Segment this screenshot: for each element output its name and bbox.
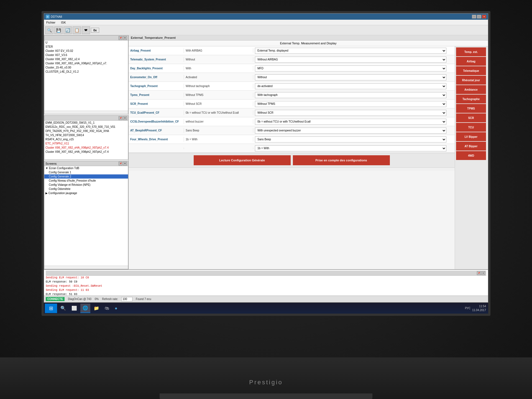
list-item[interactable]: Cluster X98_X87_X82_xHA_X98ph2_X87ph2_v7… — [44, 146, 128, 150]
tree-item[interactable]: ▶ Configuration jaugeage — [44, 191, 128, 195]
config-value-right: With unexpected overspeed buzzer — [253, 127, 448, 134]
close-button[interactable]: ✕ — [482, 15, 486, 19]
list-item[interactable]: EMM_EDISON_DDT2000_SW15_V1_1 — [44, 121, 128, 125]
list-item[interactable]: RSAT4_ACU_eng_v15 — [44, 137, 128, 141]
config-select[interactable]: Without TPMS — [255, 101, 446, 107]
taskbar-app[interactable]: ● — [112, 304, 120, 313]
panel-close-btn[interactable]: ✕ — [123, 36, 127, 40]
config-select[interactable]: Without — [255, 74, 446, 80]
sidebar-temp-est-btn[interactable]: Temp. est. — [456, 47, 486, 56]
list-item[interactable]: Cluster X07_V3.6 — [44, 53, 128, 57]
list-item[interactable]: STER — [44, 45, 128, 49]
config-select[interactable]: External Temp. displayed — [255, 48, 446, 54]
config-hscroll[interactable] — [129, 167, 455, 171]
screens-panel-header: Screens 📌 ✕ — [44, 161, 128, 166]
tree-item[interactable]: Config Odométrie — [44, 187, 128, 191]
config-select[interactable]: MFD — [255, 65, 446, 72]
list-item[interactable]: U — [44, 40, 128, 45]
config-select[interactable]: Without AIRBAG — [255, 57, 446, 63]
list-item[interactable]: ETC_H79Ph2_V11 — [44, 141, 128, 146]
file-list-scroll[interactable]: U STER Cluster X07 EV_V3.02 Cluster X07_… — [44, 40, 128, 111]
list-item[interactable]: Cluster X98_X87_X82_xHA_X98ph2_X87ph2_v7… — [44, 150, 128, 154]
screens-panel-pin-btn[interactable]: 📌 — [119, 162, 122, 166]
toolbar-save-btn[interactable]: 💾 — [54, 26, 63, 34]
config-select[interactable]: With tachograph — [255, 92, 446, 98]
screens-list-scroll[interactable]: ▼ Ecran Configuration TdB Config General… — [44, 166, 128, 266]
config-value-left: Sans Beep — [184, 128, 253, 133]
config-value-right: 0b = without TCU or with TCU/without Eca… — [253, 118, 448, 126]
log-panel-close-btn[interactable]: ✕ — [481, 271, 485, 275]
config-label: Airbag_Present — [129, 48, 184, 53]
config-row: Econometer_On_Off Activated Without — [129, 73, 455, 82]
title-bar: D DDT4All ─ □ ✕ — [44, 14, 488, 20]
list-item[interactable]: Cluster X98_X87_X82_v2.4 — [44, 57, 128, 61]
list-item[interactable]: DP0_TA2005_H79_Ph2_X52_X90_X92_XGA_XHA — [44, 129, 128, 133]
config-value-left: Without tachograph — [184, 84, 253, 88]
list-item[interactable]: Cluster X98_X87_X82_xHA_X98ph2_X87ph2_v7… — [44, 61, 128, 65]
tree-item[interactable]: Config Generale 1 — [44, 170, 128, 174]
taskbar-datetime: 11:54 11.04.2017 — [472, 304, 486, 312]
config-select[interactable]: 0b = without TCU or with TCU/without Eca… — [255, 119, 446, 125]
tree-item[interactable]: Config Vidange et Révision (NPE) — [44, 183, 128, 187]
toolbar-refresh-btn[interactable]: 🔄 — [63, 26, 72, 34]
list-item[interactable]: EMS312x_RDC_xxx_RDE_320_470_570_600_710_… — [44, 125, 128, 129]
sidebar-lv-bipper-btn[interactable]: LV Bipper — [456, 132, 486, 141]
toolbar-hex-btn[interactable]: 0x — [91, 28, 99, 33]
sidebar-tpms-btn[interactable]: TPMS — [456, 104, 486, 113]
sidebar-scr-btn[interactable]: SCR — [456, 113, 486, 122]
sidebar-tachographe-btn[interactable]: Tachographe — [456, 95, 486, 103]
config-select[interactable]: Without SCR — [255, 110, 446, 116]
config-select[interactable]: With unexpected overspeed buzzer — [255, 128, 446, 134]
log-panel-header: 📌 ✕ — [46, 271, 486, 276]
tree-item[interactable]: Config Niveau d'huile_Pression d'huile — [44, 179, 128, 183]
taskbar-search[interactable]: 🔍 — [58, 304, 68, 313]
config-value-left: 0b = without TCU or with TCU/without Eca… — [184, 110, 253, 115]
taskbar-edge[interactable]: 🌐 — [80, 304, 90, 313]
toolbar-search-btn[interactable]: 🔍 — [45, 26, 53, 34]
ecu-panel-close-btn[interactable]: ✕ — [123, 116, 127, 120]
ecu-panel-pin-btn[interactable]: 📌 — [119, 116, 122, 120]
list-item[interactable]: Cluster_15-40_v3.00 — [44, 65, 128, 70]
taskbar-store[interactable]: 🛍 — [103, 304, 111, 313]
toolbar-copy-btn[interactable]: 📋 — [73, 26, 81, 34]
ecu-list-scroll[interactable]: EMM_EDISON_DDT2000_SW15_V1_1 EMS312x_RDC… — [44, 121, 128, 159]
config-select[interactable]: de-activated — [255, 83, 446, 89]
sidebar-telematique-btn[interactable]: Telematique — [456, 66, 486, 75]
menu-isk[interactable]: ISK — [60, 21, 67, 24]
config-select[interactable]: Sans Beep — [255, 136, 446, 143]
sidebar-airbag-btn[interactable]: Airbag — [456, 57, 486, 66]
file-list-hscroll[interactable] — [44, 111, 128, 114]
taskbar: ⊞ 🔍 ⬜ 🌐 📁 🛍 ● РУС 11:54 11.04.2017 — [44, 303, 488, 314]
taskbar-explorer[interactable]: 📁 — [91, 304, 101, 313]
sidebar-4wd-btn[interactable]: 4WD — [456, 151, 486, 160]
list-item[interactable]: T4_VS_HFM_DDT2000_SW14 — [44, 133, 128, 137]
maximize-button[interactable]: □ — [477, 15, 481, 19]
refresh-rate-input[interactable] — [121, 297, 132, 301]
screens-hscroll[interactable] — [44, 266, 128, 269]
ecu-panel: 📌 ✕ EMM_EDISON_DDT2000_SW15_V1_1 EMS312x… — [44, 115, 128, 160]
sidebar-tcu-btn[interactable]: TCU — [456, 123, 486, 132]
log-panel-pin-btn[interactable]: 📌 — [477, 271, 481, 275]
panel-pin-btn[interactable]: 📌 — [119, 36, 122, 40]
config-label: CCSLOverspeedBuzzerInhibition_CF — [129, 119, 184, 124]
screens-panel-close-btn[interactable]: ✕ — [123, 162, 127, 166]
config-value-right: Without TPMS — [253, 100, 448, 108]
taskbar-taskview[interactable]: ⬜ — [69, 304, 79, 313]
config-label — [129, 148, 184, 149]
sidebar-rheostat-btn[interactable]: Rhéostat jour — [456, 76, 486, 85]
sidebar-ambiance-btn[interactable]: Ambiance — [456, 85, 486, 94]
status-bar: CONNECTE DiagOnCan @ 743 0% Refresh rate… — [44, 296, 488, 302]
minimize-button[interactable]: ─ — [472, 15, 476, 19]
list-item[interactable]: Cluster X07 EV_V3.02 — [44, 49, 128, 53]
toolbar: 🔍 💾 🔄 📋 ❤ 0x — [44, 25, 488, 35]
toolbar-heart-btn[interactable]: ❤ — [82, 26, 90, 34]
prise-en-compte-btn[interactable]: Prise en compte des configurations — [293, 155, 390, 165]
config-select[interactable]: 1b = With — [255, 145, 446, 151]
menu-fichier[interactable]: Fichier — [45, 21, 57, 24]
lecture-config-btn[interactable]: Lecture Configuration Générale — [194, 155, 291, 165]
sidebar-at-bipper-btn[interactable]: AT Bipper — [456, 142, 486, 151]
tree-item-selected[interactable]: Config Generale 2 — [44, 174, 128, 179]
start-button[interactable]: ⊞ — [45, 304, 57, 313]
tree-item[interactable]: ▼ Ecran Configuration TdB — [44, 166, 128, 170]
list-item[interactable]: CLUSTER_L4E_DL2_V1.2 — [44, 70, 128, 74]
